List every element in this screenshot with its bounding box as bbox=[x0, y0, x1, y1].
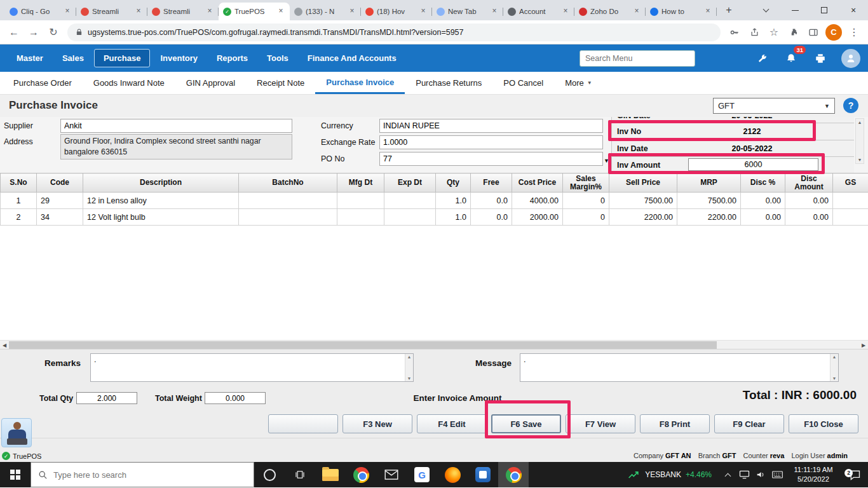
browser-tab[interactable]: Zoho Do × bbox=[574, 3, 646, 20]
browser-tab[interactable]: (133) - N × bbox=[290, 3, 361, 20]
cell-mfg-dt[interactable] bbox=[337, 193, 384, 209]
volume-icon[interactable] bbox=[752, 470, 769, 479]
scroll-left-icon[interactable]: ◀ bbox=[0, 341, 9, 349]
share-icon[interactable] bbox=[745, 24, 763, 41]
menu-item-sales[interactable]: Sales bbox=[53, 50, 93, 67]
subnav-more[interactable]: More ▼ bbox=[554, 72, 603, 94]
scroll-down-icon[interactable]: ▼ bbox=[407, 376, 412, 381]
cell-exp-dt[interactable] bbox=[384, 193, 436, 209]
taskbar-search[interactable] bbox=[31, 462, 254, 487]
extensions-puzzle-icon[interactable] bbox=[785, 24, 803, 41]
cell-disc-amount[interactable]: 0.00 bbox=[785, 209, 833, 226]
supplier-input[interactable] bbox=[60, 119, 292, 133]
cell-free[interactable]: 0.0 bbox=[471, 193, 512, 209]
reload-icon[interactable]: ↻ bbox=[44, 24, 62, 41]
menu-item-reports[interactable]: Reports bbox=[208, 50, 257, 67]
blue-app-button[interactable] bbox=[468, 462, 498, 487]
f3-new-button[interactable]: F3 New bbox=[342, 414, 412, 433]
scroll-down-icon[interactable]: ▼ bbox=[858, 156, 862, 163]
browser-tab[interactable]: (18) Hov × bbox=[361, 3, 432, 20]
browser-menu-dots-icon[interactable]: ⋮ bbox=[845, 24, 863, 41]
cell-description[interactable]: 12 Volt light bulb bbox=[83, 209, 239, 226]
total-weight-input[interactable] bbox=[205, 392, 266, 404]
file-explorer-button[interactable] bbox=[315, 462, 346, 487]
tools-wrench-icon[interactable] bbox=[754, 50, 770, 67]
chrome-active-button[interactable] bbox=[498, 462, 529, 487]
mail-button[interactable] bbox=[376, 462, 407, 487]
tray-expand-button[interactable] bbox=[719, 471, 736, 478]
blank-button[interactable] bbox=[268, 414, 338, 433]
task-view-button[interactable] bbox=[285, 462, 315, 487]
scroll-up-icon[interactable]: ▲ bbox=[858, 119, 862, 126]
menu-search-input[interactable] bbox=[580, 50, 695, 67]
menu-item-tools[interactable]: Tools bbox=[258, 50, 297, 67]
address-field[interactable]: Ground Floor, Indira Complex second stre… bbox=[60, 134, 292, 159]
browser-tab[interactable]: Account × bbox=[503, 3, 574, 20]
tab-close-icon[interactable]: × bbox=[419, 7, 428, 16]
remarks-field[interactable]: . ▲ ▼ bbox=[90, 353, 414, 382]
tab-close-icon[interactable]: × bbox=[205, 7, 214, 16]
cell-mrp[interactable]: 7500.00 bbox=[677, 193, 741, 209]
cortana-button[interactable] bbox=[254, 462, 285, 487]
cell-qty[interactable]: 1.0 bbox=[436, 193, 471, 209]
f6-save-button[interactable]: F6 Save bbox=[491, 414, 561, 433]
minimize-button[interactable] bbox=[780, 0, 810, 20]
start-button[interactable] bbox=[0, 462, 31, 487]
po-no-input[interactable] bbox=[379, 152, 603, 166]
cell-sell-price[interactable]: 7500.00 bbox=[609, 193, 677, 209]
cell-sell-price[interactable]: 2200.00 bbox=[609, 209, 677, 226]
cell-cost-price[interactable]: 4000.00 bbox=[512, 193, 563, 209]
cell-mfg-dt[interactable] bbox=[337, 209, 384, 226]
browser-tab[interactable]: New Tab × bbox=[432, 3, 503, 20]
taskbar-search-input[interactable] bbox=[53, 470, 231, 480]
menu-item-master[interactable]: Master bbox=[8, 50, 52, 67]
subnav-receipt-note[interactable]: Receipt Note bbox=[246, 72, 315, 94]
subnav-goods-inward-note[interactable]: Goods Inward Note bbox=[83, 72, 175, 94]
cell-code[interactable]: 34 bbox=[37, 209, 83, 226]
browser-tab[interactable]: Streamli × bbox=[147, 3, 219, 20]
close-window-button[interactable]: × bbox=[839, 0, 868, 20]
exchange-rate-input[interactable] bbox=[379, 135, 603, 149]
f7-view-button[interactable]: F7 View bbox=[566, 414, 635, 433]
browser-tab[interactable]: Cliq - Go × bbox=[5, 3, 76, 20]
subnav-gin-approval[interactable]: GIN Approval bbox=[175, 72, 246, 94]
f9-clear-button[interactable]: F9 Clear bbox=[714, 414, 784, 433]
cell-disc-pct[interactable]: 0.00 bbox=[741, 209, 785, 226]
tab-close-icon[interactable]: × bbox=[561, 7, 570, 16]
bookmark-star-icon[interactable]: ☆ bbox=[765, 24, 783, 41]
scroll-down-icon[interactable]: ▼ bbox=[832, 376, 837, 381]
cell-batchno[interactable] bbox=[239, 193, 337, 209]
google-app-button[interactable]: G bbox=[407, 462, 437, 487]
new-tab-button[interactable]: + bbox=[721, 2, 737, 18]
scroll-up-icon[interactable]: ▲ bbox=[407, 354, 412, 360]
cell-cost-price[interactable]: 2000.00 bbox=[512, 209, 563, 226]
tab-close-icon[interactable]: × bbox=[490, 7, 499, 16]
tab-close-icon[interactable]: × bbox=[348, 7, 356, 16]
cell-sales-margin[interactable]: 0 bbox=[563, 193, 609, 209]
side-panel-icon[interactable] bbox=[804, 24, 822, 41]
firefox-button[interactable] bbox=[437, 462, 468, 487]
po-no-dropdown-icon[interactable]: ▼ bbox=[604, 158, 609, 164]
cell-exp-dt[interactable] bbox=[384, 209, 436, 226]
password-key-icon[interactable] bbox=[726, 24, 743, 41]
maximize-button[interactable] bbox=[810, 0, 839, 20]
cell-qty[interactable]: 1.0 bbox=[436, 209, 471, 226]
subnav-purchase-returns[interactable]: Purchase Returns bbox=[405, 72, 492, 94]
tab-close-icon[interactable]: × bbox=[703, 7, 712, 16]
scroll-right-icon[interactable]: ▶ bbox=[859, 341, 868, 349]
network-icon[interactable] bbox=[736, 470, 752, 479]
cell-sales-margin[interactable]: 0 bbox=[563, 209, 609, 226]
scrollbar-thumb[interactable] bbox=[9, 341, 717, 349]
tab-close-icon[interactable]: × bbox=[134, 7, 143, 16]
remarks-scrollbar[interactable]: ▲ ▼ bbox=[405, 354, 413, 381]
browser-tab-active[interactable]: ✓ TruePOS × bbox=[219, 3, 290, 20]
cell-disc-pct[interactable]: 0.00 bbox=[741, 193, 785, 209]
cell-mrp[interactable]: 2200.00 bbox=[677, 209, 741, 226]
touch-keyboard-icon[interactable] bbox=[769, 471, 785, 478]
message-scrollbar[interactable]: ▲ ▼ bbox=[830, 354, 838, 381]
cell-description[interactable]: 12 in Lenso alloy bbox=[83, 193, 239, 209]
action-center-button[interactable]: 2 bbox=[841, 470, 868, 480]
tab-close-icon[interactable]: × bbox=[63, 7, 72, 16]
cell-batchno[interactable] bbox=[239, 209, 337, 226]
browser-tab[interactable]: How to × bbox=[646, 3, 717, 20]
